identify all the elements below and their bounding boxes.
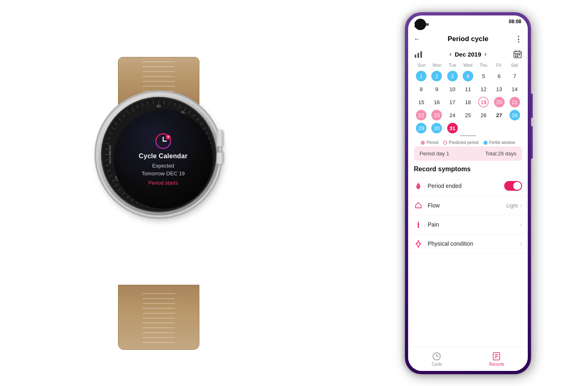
next-month-button[interactable]: › xyxy=(485,50,487,58)
cal-day-17[interactable]: 17 xyxy=(445,96,460,108)
period-ended-toggle[interactable] xyxy=(504,181,522,191)
symptom-row-period-ended[interactable]: Period ended xyxy=(408,176,528,196)
cal-day-30[interactable]: 30 xyxy=(429,122,444,134)
cal-day-10[interactable]: 10 xyxy=(445,83,460,95)
flow-chevron-icon: › xyxy=(520,202,522,209)
calendar-day-headers: Sun Mon Tue Wed Thu Fri Sat xyxy=(414,62,522,68)
cal-day-11[interactable]: 11 xyxy=(461,83,475,95)
svg-line-47 xyxy=(106,143,109,144)
svg-line-51 xyxy=(115,123,117,125)
pain-icon xyxy=(414,220,423,229)
day-sun: Sun xyxy=(414,62,429,68)
cal-day-29[interactable]: 29 xyxy=(414,122,428,134)
legend-fertile-label: Fertile window xyxy=(489,140,515,145)
cal-day-18[interactable]: 18 xyxy=(461,96,475,108)
cal-day-1[interactable]: 1 xyxy=(414,70,428,82)
legend-period-dot xyxy=(421,141,425,145)
cal-day-6[interactable]: 6 xyxy=(492,70,506,82)
day-wed: Wed xyxy=(460,62,476,68)
cal-empty-1 xyxy=(461,122,475,134)
cycle-nav-icon xyxy=(432,351,442,361)
cal-day-23[interactable]: 23 xyxy=(429,109,444,121)
flow-value: Light xyxy=(506,203,518,209)
phone-power-button[interactable] xyxy=(531,94,533,118)
front-camera xyxy=(415,19,426,30)
cal-day-9[interactable]: 9 xyxy=(429,83,444,95)
svg-line-46 xyxy=(105,149,108,149)
svg-line-3 xyxy=(175,103,175,106)
svg-rect-83 xyxy=(515,56,516,57)
watch-case: 60 65 70 75 80 90 100 110 120 TACHYMETER xyxy=(98,94,220,216)
svg-line-55 xyxy=(131,108,134,112)
pain-label: Pain xyxy=(428,221,520,228)
svg-line-7 xyxy=(193,114,195,117)
month-navigator: ‹ Dec 2019 › xyxy=(449,50,487,58)
page-title: Period cycle xyxy=(448,35,488,43)
cal-day-14[interactable]: 14 xyxy=(507,83,522,95)
cal-day-16[interactable]: 16 xyxy=(429,96,444,108)
watch-crown-bottom[interactable] xyxy=(216,153,223,164)
nav-records[interactable]: Records xyxy=(489,351,504,366)
cal-day-19[interactable]: 19 xyxy=(476,96,491,108)
cal-empty-4 xyxy=(507,122,522,134)
phone-device: ▌▌▌ ≋ 08:08 ← Period cycle ⋮ xyxy=(405,12,531,374)
legend-predicted-label: Predicted period xyxy=(449,140,479,145)
cal-day-2[interactable]: 2 xyxy=(429,70,444,82)
svg-rect-84 xyxy=(517,56,518,57)
symptom-row-pain[interactable]: Pain › xyxy=(408,215,528,234)
watch-device: 60 65 70 75 80 90 100 110 120 TACHYMETER xyxy=(90,81,228,309)
cal-day-31[interactable]: 31 xyxy=(445,122,460,134)
cal-day-24[interactable]: 24 xyxy=(445,109,460,121)
physical-chevron-icon: › xyxy=(520,240,522,247)
period-ended-icon xyxy=(414,181,423,190)
more-options-button[interactable]: ⋮ xyxy=(515,35,522,44)
prev-month-button[interactable]: ‹ xyxy=(449,50,451,58)
cal-day-20[interactable]: 20 xyxy=(492,96,506,108)
phone-volume-button[interactable] xyxy=(531,126,533,159)
cal-day-4[interactable]: 4 xyxy=(461,70,475,82)
cal-day-7[interactable]: 7 xyxy=(507,70,522,82)
cal-day-26[interactable]: 26 xyxy=(476,109,491,121)
svg-line-37 xyxy=(122,192,125,195)
flow-icon xyxy=(414,201,423,210)
bottom-navigation: Cycle Records xyxy=(408,347,528,371)
nav-cycle[interactable]: Cycle xyxy=(432,351,442,366)
svg-rect-73 xyxy=(415,55,416,58)
day-tue: Tue xyxy=(445,62,460,68)
watch-subtitle: Expected Tomorrow DEC 19 xyxy=(142,162,185,177)
svg-line-50 xyxy=(112,127,116,130)
cal-day-22[interactable]: 22 xyxy=(414,109,428,121)
back-button[interactable]: ← xyxy=(414,35,420,43)
legend-predicted-dot xyxy=(443,141,447,145)
cycle-calendar-icon xyxy=(154,132,172,150)
svg-line-36 xyxy=(127,196,129,198)
chart-icon[interactable] xyxy=(414,50,423,59)
svg-rect-74 xyxy=(418,53,419,58)
symptom-row-physical[interactable]: Physical condition › xyxy=(408,234,528,253)
cal-day-3[interactable]: 3 xyxy=(445,70,460,82)
svg-line-6 xyxy=(189,111,191,113)
cal-empty-3 xyxy=(492,122,506,134)
status-time: 08:08 xyxy=(509,19,521,24)
svg-text:60: 60 xyxy=(157,104,161,108)
svg-line-8 xyxy=(197,118,199,120)
day-thu: Thu xyxy=(476,62,491,68)
svg-line-56 xyxy=(137,105,138,108)
cal-day-27[interactable]: 27 xyxy=(492,109,506,121)
cal-day-12[interactable]: 12 xyxy=(476,83,491,95)
cal-day-25[interactable]: 25 xyxy=(461,109,475,121)
calendar-icon[interactable] xyxy=(513,50,522,59)
symptom-row-flow[interactable]: Flow Light › xyxy=(408,196,528,215)
svg-point-86 xyxy=(418,226,419,228)
app-header: ← Period cycle ⋮ xyxy=(408,30,528,48)
cal-day-28[interactable]: 28 xyxy=(507,109,522,121)
svg-line-2 xyxy=(169,102,170,105)
svg-line-59 xyxy=(153,101,153,104)
watch-crown-top[interactable] xyxy=(216,130,223,146)
cal-day-8[interactable]: 8 xyxy=(414,83,428,95)
cal-day-13[interactable]: 13 xyxy=(492,83,506,95)
svg-line-48 xyxy=(107,138,110,139)
cal-day-21[interactable]: 21 xyxy=(507,96,522,108)
cal-day-5[interactable]: 5 xyxy=(476,70,491,82)
cal-day-15[interactable]: 15 xyxy=(414,96,428,108)
